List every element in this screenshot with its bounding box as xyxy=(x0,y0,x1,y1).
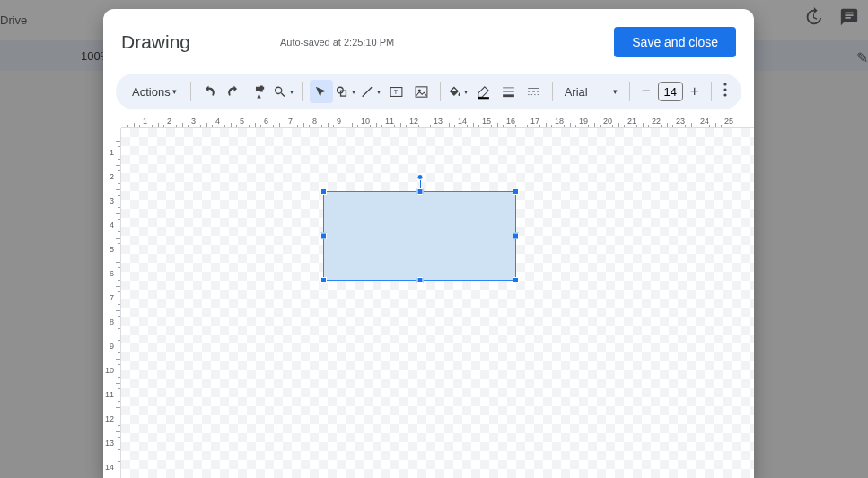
svg-rect-11 xyxy=(528,88,539,89)
line-tool[interactable] xyxy=(360,80,383,103)
svg-rect-5 xyxy=(416,86,427,96)
border-color-button[interactable] xyxy=(472,80,495,103)
resize-handle-se[interactable] xyxy=(513,277,519,283)
svg-line-2 xyxy=(362,87,371,96)
more-options-button[interactable] xyxy=(718,83,732,100)
svg-rect-8 xyxy=(503,87,514,88)
resize-handle-sw[interactable] xyxy=(320,277,327,283)
undo-button[interactable] xyxy=(197,80,221,103)
resize-handle-ne[interactable] xyxy=(513,188,519,195)
actions-label: Actions xyxy=(132,85,171,99)
drawing-dialog: Drawing Auto-saved at 2:25:10 PM Save an… xyxy=(103,9,754,478)
zoom-dropdown[interactable] xyxy=(273,80,296,103)
svg-point-20 xyxy=(723,88,726,91)
actions-menu[interactable]: Actions xyxy=(125,82,184,102)
shape-tool[interactable] xyxy=(335,80,358,103)
paint-format-button[interactable] xyxy=(248,80,271,103)
svg-rect-9 xyxy=(503,91,514,91)
textbox-tool[interactable]: T xyxy=(385,80,408,103)
svg-rect-10 xyxy=(503,94,514,97)
svg-point-21 xyxy=(723,93,726,96)
font-size-increase[interactable]: + xyxy=(685,83,705,100)
dialog-header: Drawing Auto-saved at 2:25:10 PM Save an… xyxy=(103,9,754,68)
svg-rect-13 xyxy=(532,91,535,91)
font-family-select[interactable]: Arial xyxy=(559,85,623,99)
ruler-horizontal: 1234567891011121314151617181920212223242… xyxy=(121,115,754,128)
drawing-toolbar: Actions T xyxy=(116,74,741,109)
select-tool[interactable] xyxy=(310,80,333,103)
save-and-close-button[interactable]: Save and close xyxy=(614,27,736,57)
drawing-canvas[interactable] xyxy=(121,128,754,478)
border-dash-button[interactable] xyxy=(522,80,546,103)
ruler-vertical: 1234567891011121314 xyxy=(103,128,121,478)
selected-rectangle-shape[interactable] xyxy=(323,191,516,281)
svg-rect-7 xyxy=(478,97,489,99)
autosave-status: Auto-saved at 2:25:10 PM xyxy=(280,37,394,48)
svg-rect-12 xyxy=(528,91,530,91)
resize-handle-n[interactable] xyxy=(416,188,423,195)
redo-button[interactable] xyxy=(223,80,246,103)
fill-color-button[interactable] xyxy=(447,80,470,103)
svg-rect-14 xyxy=(537,91,539,91)
svg-rect-17 xyxy=(534,94,535,95)
svg-rect-18 xyxy=(538,94,539,95)
canvas-area: 1234567891011121314151617181920212223242… xyxy=(103,115,754,478)
svg-rect-15 xyxy=(528,94,529,95)
resize-handle-w[interactable] xyxy=(320,233,327,239)
border-weight-button[interactable] xyxy=(497,80,521,103)
svg-rect-16 xyxy=(531,94,532,95)
resize-handle-s[interactable] xyxy=(416,277,423,283)
resize-handle-e[interactable] xyxy=(513,233,519,239)
image-tool[interactable] xyxy=(410,80,434,103)
font-family-label: Arial xyxy=(565,85,588,99)
font-size-decrease[interactable]: − xyxy=(636,83,656,100)
dialog-title: Drawing xyxy=(121,31,190,53)
rotation-handle[interactable] xyxy=(416,174,423,180)
svg-point-19 xyxy=(723,83,726,85)
svg-text:T: T xyxy=(394,89,399,96)
resize-handle-nw[interactable] xyxy=(320,188,327,195)
font-size-input[interactable]: 14 xyxy=(658,82,683,101)
